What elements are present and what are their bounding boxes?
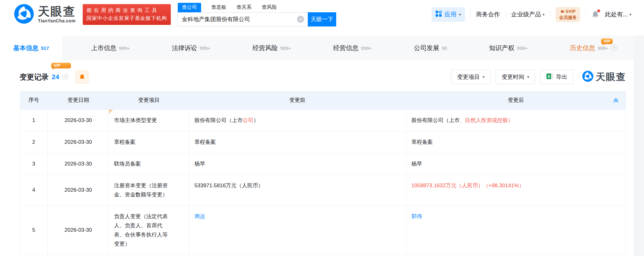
column-header-label: 序号 (28, 97, 39, 103)
filter-label: 变更时间 (502, 73, 524, 81)
table-row-partial (20, 255, 626, 256)
table-header-row: 序号变更日期变更项目变更前变更后 (20, 91, 626, 109)
notification-dot (597, 9, 600, 12)
cell-index: 2 (20, 131, 48, 153)
cell-change-item: 市场主体类型变更 (109, 109, 189, 131)
subscribe-bell-button[interactable] (75, 70, 89, 84)
cell-index: 1 (20, 109, 48, 131)
cell-empty (406, 255, 626, 256)
nav-link-enterprise[interactable]: 企业级产品▾ (511, 10, 545, 19)
page-tab-6[interactable]: 知识产权999+ (476, 36, 541, 60)
search-scope-tab-3[interactable]: 查风险 (262, 3, 277, 12)
watermark-logo: 天眼查 (582, 71, 626, 84)
page-tab-3[interactable]: 经营风险999+ (239, 36, 304, 60)
column-header-1: 变更日期 (48, 91, 109, 109)
promo-line2: 国家中小企业发展子基金旗下机构 (86, 15, 167, 22)
apps-button[interactable]: 应用 ▾ (432, 7, 465, 22)
page-tab-4[interactable]: 经营信息999+ (320, 36, 385, 60)
nav-link-cooperation[interactable]: 商务合作 (476, 10, 500, 19)
column-header-4: 变更后 (406, 91, 626, 109)
page-tab-label: 知识产权 (489, 44, 515, 52)
promo-banner[interactable]: 都在用的商业查询工具 国家中小企业发展子基金旗下机构 (83, 4, 171, 25)
vip-badge: VIP (601, 38, 613, 44)
text-segment: ） (253, 117, 259, 123)
text-segment: 1058873.1632万元（人民币）（+98.30141%） (411, 183, 524, 189)
text-segment: 杨琴 (411, 161, 422, 167)
clear-icon[interactable]: ✕ (297, 16, 304, 23)
divider (550, 11, 550, 18)
chevron-down-icon: ▾ (459, 12, 461, 17)
top-header: 天眼查 TianYanCha.com 都在用的商业查询工具 国家中小企业发展子基… (0, 0, 644, 36)
page-tab-7[interactable]: 历史信息999+VIP? (557, 36, 630, 60)
collapse-icon[interactable] (613, 97, 619, 103)
svip-line1: SVIP (565, 9, 575, 15)
text-segment: 章程备案 (411, 139, 433, 145)
cell-before: 杨琴 (189, 153, 406, 175)
table-row: 12026-03-30市场主体类型变更股份有限公司（上市公司）股份有限公司（上市… (20, 109, 626, 131)
page-tab-label: 经营信息 (333, 44, 359, 52)
export-label: 导出 (556, 73, 567, 81)
page-tab-1[interactable]: 上市信息999+ (78, 36, 143, 60)
filter-dropdown-0[interactable]: 变更项目▾ (451, 70, 491, 84)
user-menu[interactable]: 此处有... ▾ (605, 10, 631, 19)
export-button[interactable]: X 导出 (540, 70, 573, 84)
text-segment: 533971.5816万元（人民币） (194, 183, 263, 189)
person-link[interactable]: 郭伟 (411, 213, 422, 219)
page-tab-count: 999+ (119, 45, 130, 51)
svg-text:X: X (547, 74, 550, 79)
svip-badge[interactable]: SVIP 会员服务 (556, 7, 580, 22)
cell-empty (109, 255, 189, 256)
svip-line2: 会员服务 (559, 15, 577, 20)
apps-label: 应用 (444, 10, 456, 19)
page-tab-label: 经营风险 (253, 44, 278, 52)
chevron-down-icon: ▾ (629, 12, 631, 17)
cell-change-item: 负责人变更（法定代表人、负责人、首席代表、合伙事务执行人等变更） (109, 206, 189, 255)
help-icon[interactable]: ? (611, 45, 617, 51)
help-icon[interactable]: ? (62, 74, 69, 80)
cell-date: 2026-03-30 (48, 131, 109, 153)
page-tab-count: 999+ (280, 45, 291, 51)
company-section-tabs: 基本信息517上市信息999+法律诉讼999+经营风险999+经营信息999+公… (0, 36, 634, 60)
cell-before: 股份有限公司（上市公司） (189, 109, 406, 131)
table-row: 22026-03-30章程备案章程备案章程备案 (20, 131, 626, 153)
watermark-text: 天眼查 (596, 71, 626, 84)
cell-change-item: 注册资本变更（注册资金、资金数额等变更） (109, 175, 189, 206)
search-button[interactable]: 天眼一下 (308, 12, 336, 26)
text-segment: 股份有限公司（上市 (411, 117, 460, 123)
logo-title: 天眼查 (38, 6, 76, 18)
text-segment: 杨琴 (194, 161, 205, 167)
cell-index: 4 (20, 175, 48, 206)
excel-icon: X (546, 73, 553, 81)
page-tab-5[interactable]: 公司发展98 (401, 36, 460, 60)
corner-marker (109, 110, 113, 114)
chevron-down-icon: ▾ (483, 75, 485, 79)
chevron-down-icon: ▾ (543, 12, 545, 17)
cell-before: 章程备案 (189, 131, 406, 153)
column-header-0: 序号 (20, 91, 48, 109)
search-scope-tab-2[interactable]: 查关系 (236, 3, 252, 12)
search-area: 查公司查老板查关系查风险 ✕ 天眼一下 (177, 3, 336, 26)
person-link[interactable]: 周达 (194, 213, 205, 219)
notification-bell-icon[interactable] (591, 10, 599, 19)
tianyancha-logo[interactable]: 天眼查 TianYanCha.com (14, 4, 76, 25)
search-scope-tab-1[interactable]: 查老板 (211, 3, 226, 12)
page-tab-label: 历史信息 (570, 44, 595, 52)
cell-change-item: 章程备案 (109, 131, 189, 153)
cell-index: 5 (20, 206, 48, 255)
table-row: 42026-03-30注册资本变更（注册资金、资金数额等变更）533971.58… (20, 175, 626, 206)
column-header-2: 变更项目 (109, 91, 189, 109)
search-input-wrap: ✕ (177, 12, 308, 26)
page-tab-0[interactable]: 基本信息517 (0, 36, 62, 60)
section-title: 变更记录 (20, 72, 49, 82)
section-count: 24 (52, 73, 59, 81)
filter-label: 变更项目 (457, 73, 480, 81)
page-tab-2[interactable]: 法律诉讼999+ (158, 36, 224, 60)
filter-dropdown-1[interactable]: 变更时间▾ (496, 70, 535, 84)
cell-empty (48, 255, 109, 256)
cell-after: 章程备案 (406, 131, 626, 153)
search-input[interactable] (177, 16, 308, 23)
column-header-3: 变更前 (189, 91, 406, 109)
crown-icon (560, 9, 564, 15)
cell-change-item: 联络员备案 (109, 153, 189, 175)
search-scope-tab-0[interactable]: 查公司 (178, 3, 201, 12)
